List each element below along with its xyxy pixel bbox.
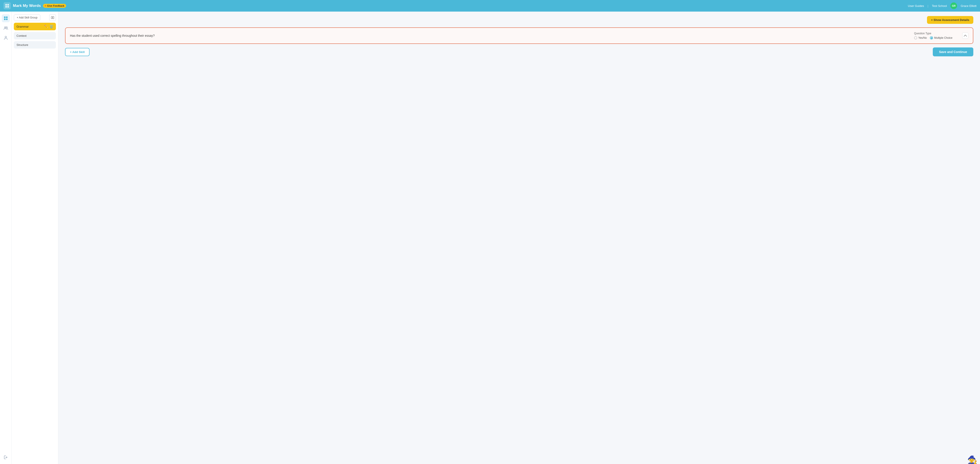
save-continue-button[interactable]: Save and Continue [933, 48, 973, 56]
sidebar-icon-person[interactable] [2, 34, 10, 42]
svg-rect-11 [51, 16, 52, 19]
svg-rect-1 [7, 4, 9, 6]
app-title: Mark My Words [13, 3, 41, 8]
sidebar-bottom [2, 453, 10, 461]
mascot-figure: 🧙 [967, 456, 977, 464]
radio-circle-multiple-choice [930, 36, 933, 40]
collapse-card-button[interactable] [962, 33, 969, 39]
school-link[interactable]: Test School [932, 4, 947, 8]
question-card: Has the student used correct spelling th… [65, 27, 973, 44]
svg-rect-2 [5, 6, 7, 8]
logo-icon [3, 2, 11, 10]
avatar: GR [950, 2, 957, 9]
svg-rect-5 [6, 16, 8, 18]
svg-rect-7 [6, 19, 8, 20]
collapse-panel-button[interactable] [49, 14, 56, 21]
svg-rect-6 [4, 19, 6, 20]
svg-rect-0 [5, 4, 7, 6]
radio-multiple-choice[interactable]: Multiple Choice [930, 36, 952, 40]
skill-item-grammar[interactable]: Grammar ✏️ 🗑️ [14, 23, 56, 30]
add-skill-button[interactable]: + Add Skill [65, 48, 89, 56]
skill-item-context[interactable]: Context [14, 32, 56, 40]
skill-panel: + Add Skill Group Grammar ✏️ 🗑️ Context … [11, 11, 58, 464]
sidebar-icon-logout[interactable] [2, 453, 10, 461]
skill-item-grammar-actions: ✏️ 🗑️ [45, 25, 53, 28]
radio-yes-no[interactable]: Yes/No [914, 36, 927, 40]
sidebar-icons [0, 11, 11, 464]
add-skill-group-button[interactable]: + Add Skill Group [14, 14, 40, 21]
feedback-dot [45, 5, 46, 6]
main-content: + Show Assessment Details Has the studen… [58, 11, 980, 464]
feedback-badge[interactable]: Give Feedback [43, 4, 66, 8]
user-name: Grace Elliott [961, 4, 977, 8]
svg-rect-3 [7, 6, 9, 8]
mascot: 🧙 [967, 451, 978, 464]
svg-point-10 [5, 36, 6, 38]
sidebar-icon-layout[interactable] [2, 14, 10, 22]
svg-rect-4 [4, 16, 6, 18]
action-row: + Add Skill Save and Continue [65, 48, 973, 56]
delete-icon[interactable]: 🗑️ [49, 25, 53, 28]
header-right: User Guides | Test School GR Grace Ellio… [908, 2, 977, 9]
radio-group: Yes/No Multiple Choice [914, 36, 959, 40]
panel-top-row: + Add Skill Group [14, 14, 56, 21]
radio-circle-yes-no [914, 36, 917, 40]
sidebar-icon-group[interactable] [2, 24, 10, 32]
user-guides-link[interactable]: User Guides [908, 4, 924, 8]
svg-point-9 [6, 27, 7, 28]
question-text: Has the student used correct spelling th… [70, 34, 910, 37]
question-type-label: Question Type [914, 32, 959, 35]
show-assessment-button[interactable]: + Show Assessment Details [927, 16, 973, 24]
edit-icon[interactable]: ✏️ [45, 25, 48, 28]
header-left: Mark My Words Give Feedback [3, 2, 66, 10]
layout: + Add Skill Group Grammar ✏️ 🗑️ Context … [0, 11, 980, 464]
header: Mark My Words Give Feedback User Guides … [0, 0, 980, 11]
question-type-section: Question Type Yes/No Multiple Choice [914, 32, 959, 40]
skill-item-structure[interactable]: Structure [14, 41, 56, 49]
main-top-bar: + Show Assessment Details [65, 16, 973, 24]
svg-rect-12 [53, 16, 54, 19]
svg-point-8 [5, 27, 6, 28]
